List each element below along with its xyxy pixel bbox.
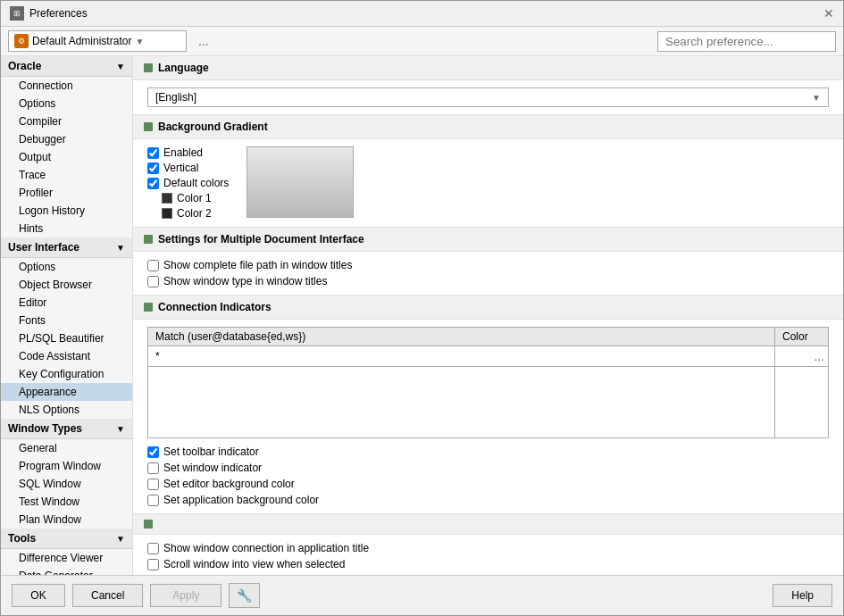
table-cell-match[interactable]: * (148, 346, 775, 367)
help-icon-button[interactable]: 🔧 (229, 583, 260, 608)
mdi-section: Settings for Multiple Document Interface… (133, 228, 843, 296)
sidebar-group-tools[interactable]: Tools ▼ (1, 529, 132, 549)
app-icon: ⊞ (10, 6, 24, 21)
sidebar-item-profiler[interactable]: Profiler (1, 184, 132, 202)
show-window-type-row: Show window type in window titles (147, 275, 829, 287)
sidebar-group-oracle[interactable]: Oracle ▼ (1, 56, 132, 77)
settings-checkboxes: Show window connection in application ti… (147, 542, 829, 570)
sidebar-item-editor[interactable]: Editor (1, 294, 132, 312)
bg-options: Enabled Vertical Default colors (147, 146, 229, 220)
main-content: Language [English] ▼ Background Gradient (133, 56, 843, 575)
set-editor-bg-checkbox[interactable] (147, 479, 159, 490)
language-section-header: Language (133, 56, 843, 80)
sidebar-item-code-assistant[interactable]: Code Assistant (1, 347, 132, 365)
sidebar-item-general[interactable]: General (1, 439, 132, 457)
vertical-checkbox[interactable] (147, 162, 159, 174)
sidebar-item-object-browser[interactable]: Object Browser (1, 276, 132, 294)
sidebar-item-fonts[interactable]: Fonts (1, 312, 132, 329)
show-connection-body: Show window connection in application ti… (133, 535, 843, 575)
language-value: [English] (155, 91, 196, 104)
set-window-indicator-label: Set window indicator (163, 462, 262, 474)
sidebar-item-nls-options[interactable]: NLS Options (1, 401, 132, 419)
table-header-match: Match (user@database{ed,ws}) (148, 328, 775, 346)
mdi-checkboxes: Show complete file path in window titles… (147, 259, 829, 287)
mdi-section-icon (144, 235, 153, 244)
help-icon: 🔧 (237, 588, 252, 603)
sidebar-item-output[interactable]: Output (1, 148, 132, 166)
sidebar-item-compiler[interactable]: Compiler (1, 112, 132, 130)
default-colors-checkbox-row: Default colors (147, 177, 229, 189)
ok-button[interactable]: OK (12, 584, 65, 607)
set-toolbar-indicator-checkbox[interactable] (147, 446, 159, 458)
sidebar-item-plsql-beautifier[interactable]: PL/SQL Beautifier (1, 329, 132, 347)
language-dropdown[interactable]: [English] ▼ (147, 87, 829, 107)
sidebar-item-plan-window[interactable]: Plan Window (1, 511, 132, 529)
connection-indicators-title: Connection Indicators (158, 301, 272, 313)
default-colors-checkbox[interactable] (147, 178, 159, 189)
set-window-indicator-checkbox[interactable] (147, 462, 159, 474)
set-app-bg-row: Set application background color (147, 494, 829, 506)
show-filepath-checkbox[interactable] (147, 260, 159, 271)
cancel-button[interactable]: Cancel (72, 584, 143, 607)
close-button[interactable]: ✕ (823, 6, 834, 21)
help-button[interactable]: Help (773, 584, 832, 607)
bg-gradient-preview (247, 146, 354, 218)
sidebar-item-key-configuration[interactable]: Key Configuration (1, 365, 132, 383)
admin-dropdown[interactable]: ⚙ Default Administrator ▼ (8, 30, 187, 52)
table-empty-match (148, 367, 775, 438)
sidebar-group-window-types-label: Window Types (8, 422, 82, 435)
main-panel: Language [English] ▼ Background Gradient (133, 56, 843, 575)
show-window-connection-row: Show window connection in application ti… (147, 542, 829, 554)
vertical-checkbox-row: Vertical (147, 162, 229, 174)
show-window-connection-label: Show window connection in application ti… (163, 542, 369, 554)
color2-row: Color 2 (147, 207, 229, 220)
connection-indicators-body: Match (user@database{ed,ws}) Color * ... (133, 320, 843, 513)
sidebar-item-difference-viewer[interactable]: Difference Viewer (1, 549, 132, 567)
sidebar-item-test-window[interactable]: Test Window (1, 493, 132, 511)
sidebar-item-logon-history[interactable]: Logon History (1, 202, 132, 220)
sidebar-group-window-types[interactable]: Window Types ▼ (1, 419, 132, 439)
sidebar-item-sql-window[interactable]: SQL Window (1, 475, 132, 493)
set-toolbar-indicator-label: Set toolbar indicator (163, 445, 259, 458)
oracle-expand-icon: ▼ (116, 62, 125, 71)
table-empty-row (148, 367, 829, 438)
sidebar-item-trace[interactable]: Trace (1, 166, 132, 184)
language-section-body: [English] ▼ (133, 80, 843, 114)
mdi-section-title: Settings for Multiple Document Interface (158, 233, 364, 246)
sidebar-item-data-generator[interactable]: Data Generator (1, 567, 132, 575)
toolbar-more-button[interactable]: ... (192, 31, 215, 51)
show-filepath-label: Show complete file path in window titles (163, 259, 352, 271)
background-gradient-section: Background Gradient Enabled (133, 115, 843, 228)
apply-button[interactable]: Apply (150, 584, 221, 607)
vertical-label: Vertical (163, 162, 198, 174)
show-filepath-row: Show complete file path in window titles (147, 259, 829, 271)
enabled-checkbox[interactable] (147, 147, 159, 159)
set-editor-bg-row: Set editor background color (147, 478, 829, 490)
indicator-checkboxes: Set toolbar indicator Set window indicat… (147, 445, 829, 506)
sidebar-group-ui[interactable]: User Interface ▼ (1, 237, 132, 258)
sidebar-item-connection[interactable]: Connection (1, 77, 132, 95)
sidebar-item-debugger[interactable]: Debugger (1, 130, 132, 148)
set-editor-bg-label: Set editor background color (163, 478, 295, 490)
title-bar: ⊞ Preferences ✕ (1, 1, 843, 27)
sidebar-item-hints[interactable]: Hints (1, 220, 132, 237)
preferences-window: ⊞ Preferences ✕ ⚙ Default Administrator … (0, 0, 844, 616)
set-app-bg-checkbox[interactable] (147, 495, 159, 506)
bottom-right: Help (773, 584, 832, 607)
table-empty-color (775, 367, 829, 438)
sidebar-item-options[interactable]: Options (1, 95, 132, 112)
scroll-window-checkbox[interactable] (147, 559, 159, 570)
sidebar-item-ui-options[interactable]: Options (1, 258, 132, 276)
show-connection-section: Show window connection in application ti… (133, 514, 843, 575)
connection-indicators-section: Connection Indicators Match (user@databa… (133, 296, 843, 514)
bg-gradient-section-icon (144, 122, 153, 131)
sidebar-item-program-window[interactable]: Program Window (1, 457, 132, 475)
window-types-expand-icon: ▼ (116, 424, 125, 434)
show-window-connection-checkbox[interactable] (147, 543, 159, 554)
show-window-type-checkbox[interactable] (147, 276, 159, 287)
table-cell-color-dots[interactable]: ... (775, 346, 829, 367)
bottom-bar: OK Cancel Apply 🔧 Help (1, 575, 843, 615)
sidebar-item-appearance[interactable]: Appearance (1, 383, 132, 401)
show-connection-header (133, 514, 843, 535)
search-input[interactable] (657, 31, 836, 52)
